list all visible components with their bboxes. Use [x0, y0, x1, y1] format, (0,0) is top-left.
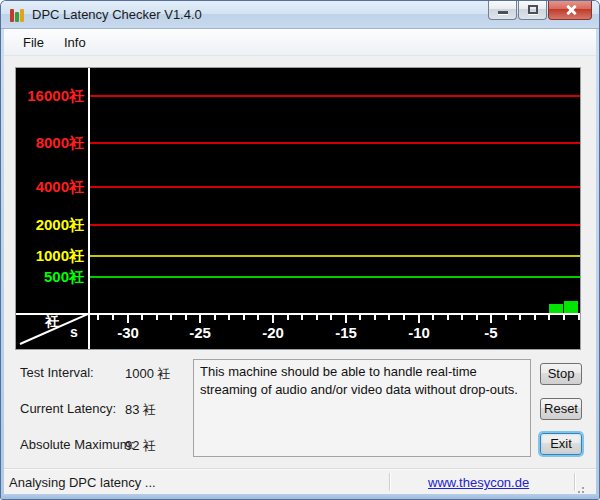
- statusbar-divider: [4, 468, 596, 469]
- y-axis-label-1000: 1000衽: [16, 247, 84, 266]
- y-axis-label-8000: 8000衽: [16, 134, 84, 153]
- stat-value: 92 衽: [125, 437, 156, 455]
- x-minor-tick: [359, 315, 361, 320]
- x-minor-tick: [476, 315, 478, 320]
- latency-chart: 16000衽8000衽4000衽2000衽1000衽500衽-30-25-20-…: [16, 68, 580, 349]
- x-minor-tick: [316, 315, 318, 320]
- x-major-tick: [272, 315, 274, 323]
- stat-label: Absolute Maximum:: [20, 437, 134, 452]
- x-minor-tick: [243, 315, 245, 320]
- minimize-icon: [498, 11, 508, 14]
- x-major-tick: [127, 315, 129, 323]
- x-axis-line: [16, 313, 580, 315]
- x-minor-tick: [461, 315, 463, 320]
- y-axis-label-2000: 2000衽: [16, 216, 84, 235]
- menu-bar: FileInfo: [4, 29, 596, 56]
- x-minor-tick: [287, 315, 289, 320]
- x-minor-tick: [374, 315, 376, 320]
- exit-button[interactable]: Exit: [540, 433, 582, 455]
- x-major-tick: [418, 315, 420, 323]
- y-axis-label-16000: 16000衽: [16, 87, 84, 106]
- maximize-button[interactable]: [518, 1, 547, 20]
- x-minor-tick: [330, 315, 332, 320]
- latency-bar: [564, 301, 578, 313]
- x-axis-label--25: -25: [180, 324, 220, 341]
- x-minor-tick: [185, 315, 187, 320]
- x-minor-tick: [141, 315, 143, 320]
- stat-row: Current Latency:83 衽: [20, 401, 195, 417]
- window-border-bottom: [1, 494, 599, 499]
- x-axis-label--30: -30: [108, 324, 148, 341]
- x-minor-tick: [112, 315, 114, 320]
- x-minor-tick: [534, 315, 536, 320]
- x-minor-tick: [432, 315, 434, 320]
- x-major-tick: [199, 315, 201, 323]
- y-axis-label-4000: 4000衽: [16, 178, 84, 197]
- latency-bar: [549, 304, 563, 313]
- x-minor-tick: [519, 315, 521, 320]
- x-minor-tick: [228, 315, 230, 320]
- x-axis-label--5: -5: [471, 324, 511, 341]
- x-minor-tick: [548, 315, 550, 320]
- x-axis-label--10: -10: [399, 324, 439, 341]
- app-icon: [10, 7, 26, 23]
- menu-item-info[interactable]: Info: [54, 32, 96, 53]
- y-axis-label-500: 500衽: [16, 268, 84, 287]
- app-window: DPC Latency Checker V1.4.0 FileInfo 1600…: [0, 0, 600, 500]
- title-bar[interactable]: DPC Latency Checker V1.4.0: [1, 1, 599, 29]
- gridline-2000: [88, 224, 580, 226]
- x-minor-tick: [257, 315, 259, 320]
- stat-value: 1000 衽: [125, 365, 171, 383]
- maximize-icon: [528, 5, 538, 14]
- y-axis-line: [88, 68, 90, 349]
- minimize-button[interactable]: [488, 1, 517, 20]
- window-title: DPC Latency Checker V1.4.0: [32, 1, 202, 29]
- thesycon-link[interactable]: www.thesycon.de: [428, 475, 529, 490]
- window-controls: [488, 1, 592, 20]
- close-button[interactable]: [548, 1, 592, 20]
- stats-panel: Test Interval:1000 衽Current Latency:83 衽…: [20, 365, 190, 455]
- x-minor-tick: [156, 315, 158, 320]
- stat-row: Test Interval:1000 衽: [20, 365, 195, 381]
- y-unit-label: 衽: [45, 313, 59, 331]
- gridline-16000: [88, 95, 580, 97]
- resize-grip-icon[interactable]: [582, 487, 584, 489]
- x-major-tick: [490, 315, 492, 323]
- x-minor-tick: [505, 315, 507, 320]
- x-major-tick: [345, 315, 347, 323]
- x-minor-tick: [578, 315, 580, 320]
- chart-frame: 16000衽8000衽4000衽2000衽1000衽500衽-30-25-20-…: [15, 67, 581, 350]
- x-minor-tick: [97, 315, 99, 320]
- x-minor-tick: [447, 315, 449, 320]
- stop-button[interactable]: Stop: [540, 363, 582, 385]
- gridline-1000: [88, 255, 580, 257]
- result-message: This machine should be able to handle re…: [193, 359, 531, 457]
- window-border-left: [1, 29, 4, 499]
- statusbar-separator: [389, 473, 390, 491]
- menu-item-file[interactable]: File: [13, 32, 54, 53]
- x-unit-label: s: [70, 324, 78, 340]
- status-bar: Analysing DPC latency ... www.thesycon.d…: [4, 470, 596, 495]
- stat-value: 83 衽: [125, 401, 156, 419]
- x-minor-tick: [170, 315, 172, 320]
- x-minor-tick: [388, 315, 390, 320]
- stat-label: Test Interval:: [20, 365, 94, 380]
- reset-button[interactable]: Reset: [540, 398, 582, 420]
- x-minor-tick: [301, 315, 303, 320]
- x-axis-label--20: -20: [253, 324, 293, 341]
- stat-label: Current Latency:: [20, 401, 116, 416]
- stat-row: Absolute Maximum:92 衽: [20, 437, 195, 453]
- x-minor-tick: [214, 315, 216, 320]
- gridline-4000: [88, 186, 580, 188]
- x-minor-tick: [403, 315, 405, 320]
- close-icon: [565, 4, 577, 16]
- window-border-right: [596, 29, 599, 499]
- gridline-500: [88, 276, 580, 278]
- x-axis-label--15: -15: [326, 324, 366, 341]
- gridline-8000: [88, 142, 580, 144]
- status-text: Analysing DPC latency ...: [9, 475, 156, 490]
- statusbar-separator: [574, 473, 575, 491]
- x-minor-tick: [563, 315, 565, 320]
